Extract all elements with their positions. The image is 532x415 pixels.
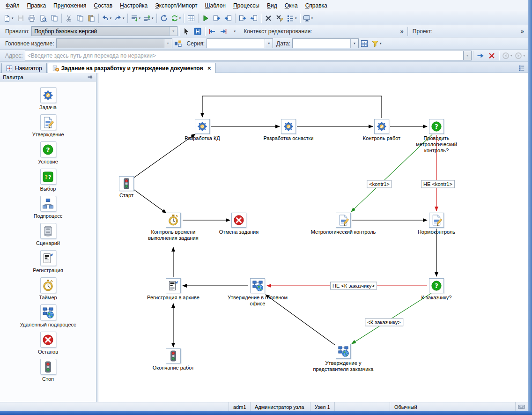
insert-above-button[interactable]: ▾ bbox=[142, 13, 155, 24]
delete-button[interactable] bbox=[263, 13, 274, 24]
edge-label[interactable]: НЕ <К заказчику> bbox=[330, 282, 377, 290]
palette-item-remote-subprocess[interactable]: Удаленный подпроцесс bbox=[3, 304, 93, 327]
palette-tile bbox=[40, 304, 56, 320]
paste-button[interactable] bbox=[86, 13, 97, 24]
delete-edit-button[interactable] bbox=[274, 13, 285, 24]
collapse-in-button[interactable] bbox=[207, 26, 218, 37]
palette-item-task[interactable]: Задача bbox=[3, 87, 93, 110]
structure-view-button[interactable] bbox=[172, 38, 184, 49]
diagram-canvas[interactable]: СтартРазработка КДРазработка оснасткиКон… bbox=[98, 73, 528, 402]
node-metrolog-kontrol[interactable]: Метрологический контроль bbox=[336, 213, 351, 228]
redo-button[interactable]: ▾ bbox=[113, 13, 126, 24]
palette-tile bbox=[40, 114, 56, 130]
check-out-button[interactable] bbox=[237, 13, 248, 24]
menu-template[interactable]: Шаблон bbox=[201, 1, 229, 10]
menu-windows[interactable]: Окна bbox=[281, 1, 302, 10]
copy-button[interactable] bbox=[74, 13, 86, 24]
edge-label[interactable]: <К заказчику> bbox=[365, 319, 403, 326]
palette-item-stop[interactable]: Стоп bbox=[3, 359, 93, 382]
status-keyboard[interactable] bbox=[515, 402, 528, 411]
cut-button[interactable] bbox=[63, 13, 74, 24]
edge-label[interactable]: <kontr1> bbox=[367, 180, 392, 188]
node-tile bbox=[374, 119, 389, 134]
calendar-button[interactable] bbox=[359, 38, 370, 49]
tab-list-button[interactable] bbox=[517, 65, 527, 71]
menu-edit[interactable]: Правка bbox=[23, 1, 50, 10]
node-start[interactable]: Старт bbox=[119, 176, 134, 191]
palette-item-scenario[interactable]: Сценарий bbox=[3, 223, 93, 246]
node-metrolog-question[interactable]: Проводить метрологический контроль? bbox=[429, 119, 444, 134]
check-in-button[interactable] bbox=[248, 13, 259, 24]
node-razrabotka-kd[interactable]: Разработка КД bbox=[195, 119, 210, 134]
series-combobox[interactable]: ▼ bbox=[207, 38, 273, 48]
node-registracia-v-arhive[interactable]: Регистрация в архиве bbox=[166, 278, 181, 293]
palette-item-label: Таймер bbox=[39, 295, 57, 300]
hierarchy-mode-button[interactable] bbox=[192, 26, 203, 37]
overflow-chevron[interactable]: » bbox=[398, 28, 406, 35]
edge-label[interactable]: НЕ <kontr1> bbox=[421, 180, 455, 188]
back-button[interactable]: ▾ bbox=[501, 50, 514, 61]
node-kontrol-rabot[interactable]: Контроль работ bbox=[374, 119, 389, 134]
workstation-button[interactable]: ▾ bbox=[302, 13, 315, 24]
save-button[interactable] bbox=[15, 13, 26, 24]
refresh-button[interactable] bbox=[158, 13, 170, 24]
menu-view[interactable]: Вид bbox=[263, 1, 281, 10]
address-toolbar: Адрес: ▼ ▾ ▾ bbox=[0, 50, 528, 62]
tab-task-document[interactable]: Задание на разработку и утверждение доку… bbox=[48, 63, 216, 73]
node-okonch-rabot[interactable]: Окончание работ bbox=[166, 348, 181, 363]
palette-item-condition[interactable]: Условие bbox=[3, 141, 93, 164]
remote-icon bbox=[337, 345, 349, 357]
menu-settings[interactable]: Настройка bbox=[116, 1, 151, 10]
menu-applications[interactable]: Приложения bbox=[50, 1, 90, 10]
go-button[interactable] bbox=[475, 50, 486, 61]
actions-list-button[interactable]: ▾ bbox=[285, 13, 298, 24]
palette-item-approval[interactable]: Утверждение bbox=[3, 114, 93, 137]
node-normokontrol[interactable]: Нормоконтроль bbox=[429, 213, 444, 228]
send-back-button[interactable] bbox=[222, 13, 234, 24]
main-product-combobox[interactable]: ▼ bbox=[56, 38, 172, 48]
menu-file[interactable]: Файл bbox=[2, 1, 23, 10]
menu-export-import[interactable]: Экспорт/Импорт bbox=[151, 1, 201, 10]
tab-navigator[interactable]: Навигатор bbox=[1, 63, 47, 73]
node-otmena-zadaniya[interactable]: Отмена задания bbox=[231, 213, 246, 228]
node-utverzhdenie-predstavitel[interactable]: Утверждение у представителя заказчика bbox=[336, 344, 351, 359]
palette-item-registration[interactable]: Регистрация bbox=[3, 250, 93, 273]
menu-structure[interactable]: Состав bbox=[90, 1, 116, 10]
palette-item-halt[interactable]: Останов bbox=[3, 332, 93, 355]
node-k-zakazchiku-question[interactable]: К заказчику? bbox=[429, 278, 444, 293]
address-dropdown-button[interactable]: ▼ bbox=[464, 51, 472, 60]
copy-document-button[interactable] bbox=[49, 13, 60, 24]
address-input[interactable] bbox=[25, 51, 464, 60]
grid-view-button[interactable] bbox=[185, 13, 197, 24]
forward-button[interactable]: ▾ bbox=[513, 50, 526, 61]
select-cursor-button[interactable] bbox=[181, 26, 192, 37]
overflow-chevron[interactable]: » bbox=[518, 28, 526, 35]
filter-button[interactable]: ▾ bbox=[370, 38, 383, 49]
palette-item-subprocess[interactable]: Подпроцесс bbox=[3, 196, 93, 219]
palette-item-choice[interactable]: Выбор bbox=[3, 169, 93, 192]
print-preview-button[interactable] bbox=[37, 13, 49, 24]
date-combobox[interactable]: ▼ bbox=[292, 38, 359, 48]
menu-processes[interactable]: Процессы bbox=[229, 1, 263, 10]
task-icon bbox=[42, 89, 54, 102]
print-button[interactable] bbox=[26, 13, 37, 24]
new-document-button[interactable]: ▾ bbox=[2, 13, 15, 24]
palette-item-timer[interactable]: Таймер bbox=[3, 277, 93, 300]
node-kontrol-vremeni[interactable]: Контроль времени выполнения задания bbox=[166, 213, 181, 228]
more-options-button[interactable]: ▾ bbox=[229, 26, 240, 37]
cancel-address-button[interactable] bbox=[486, 50, 497, 61]
close-icon[interactable]: × bbox=[207, 65, 211, 71]
run-process-button[interactable] bbox=[200, 13, 211, 24]
rule-combobox[interactable]: Подбор базовых версий ▼ bbox=[31, 26, 177, 36]
node-utverzhdenie-golovnoy-ofis[interactable]: Утверждение в головном офисе bbox=[250, 278, 265, 293]
toolbar-separator bbox=[261, 14, 261, 23]
auto-refresh-button[interactable]: ▾ bbox=[170, 13, 183, 24]
send-forward-button[interactable] bbox=[211, 13, 222, 24]
insert-below-button[interactable]: ▾ bbox=[129, 13, 142, 24]
pin-icon[interactable] bbox=[87, 74, 93, 80]
undo-button[interactable]: ▾ bbox=[100, 13, 113, 24]
collapse-out-button[interactable] bbox=[218, 26, 229, 37]
node-razrabotka-osnastki[interactable]: Разработка оснастки bbox=[281, 119, 296, 134]
menu-help[interactable]: Справка bbox=[302, 1, 331, 10]
gear-icon bbox=[282, 120, 295, 133]
